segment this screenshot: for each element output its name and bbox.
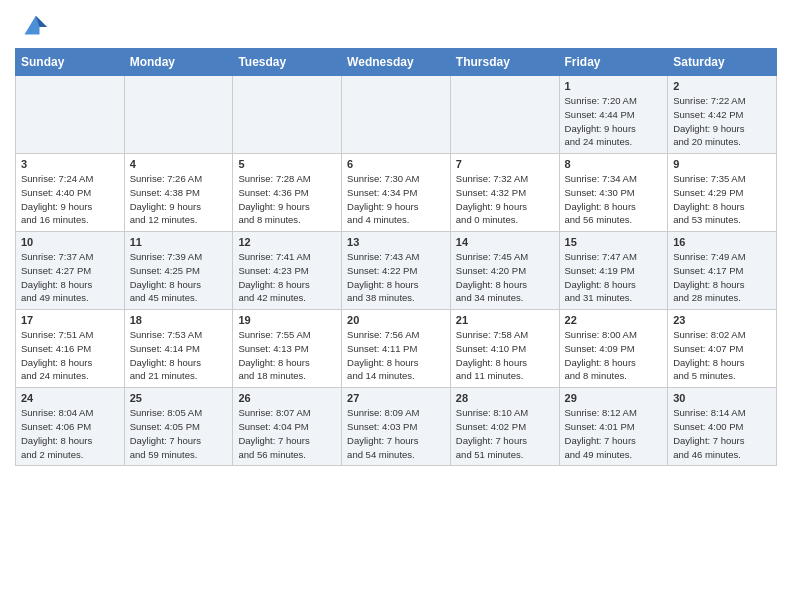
calendar-cell: 19Sunrise: 7:55 AM Sunset: 4:13 PM Dayli… (233, 310, 342, 388)
day-info: Sunrise: 8:04 AM Sunset: 4:06 PM Dayligh… (21, 406, 119, 461)
day-number: 2 (673, 80, 771, 92)
day-number: 17 (21, 314, 119, 326)
day-number: 14 (456, 236, 554, 248)
calendar-cell: 23Sunrise: 8:02 AM Sunset: 4:07 PM Dayli… (668, 310, 777, 388)
day-info: Sunrise: 7:56 AM Sunset: 4:11 PM Dayligh… (347, 328, 445, 383)
calendar-cell: 4Sunrise: 7:26 AM Sunset: 4:38 PM Daylig… (124, 154, 233, 232)
header (15, 10, 777, 40)
calendar-cell: 6Sunrise: 7:30 AM Sunset: 4:34 PM Daylig… (342, 154, 451, 232)
day-info: Sunrise: 7:51 AM Sunset: 4:16 PM Dayligh… (21, 328, 119, 383)
calendar-cell (16, 76, 125, 154)
calendar-cell: 5Sunrise: 7:28 AM Sunset: 4:36 PM Daylig… (233, 154, 342, 232)
logo (15, 10, 47, 40)
day-info: Sunrise: 7:41 AM Sunset: 4:23 PM Dayligh… (238, 250, 336, 305)
column-header-monday: Monday (124, 49, 233, 76)
day-info: Sunrise: 7:35 AM Sunset: 4:29 PM Dayligh… (673, 172, 771, 227)
calendar-cell: 20Sunrise: 7:56 AM Sunset: 4:11 PM Dayli… (342, 310, 451, 388)
day-number: 27 (347, 392, 445, 404)
calendar-cell: 26Sunrise: 8:07 AM Sunset: 4:04 PM Dayli… (233, 388, 342, 466)
day-info: Sunrise: 7:26 AM Sunset: 4:38 PM Dayligh… (130, 172, 228, 227)
calendar-cell (342, 76, 451, 154)
day-number: 25 (130, 392, 228, 404)
day-number: 4 (130, 158, 228, 170)
calendar-cell: 1Sunrise: 7:20 AM Sunset: 4:44 PM Daylig… (559, 76, 668, 154)
calendar-cell: 14Sunrise: 7:45 AM Sunset: 4:20 PM Dayli… (450, 232, 559, 310)
calendar-cell: 24Sunrise: 8:04 AM Sunset: 4:06 PM Dayli… (16, 388, 125, 466)
day-info: Sunrise: 7:30 AM Sunset: 4:34 PM Dayligh… (347, 172, 445, 227)
calendar-cell: 8Sunrise: 7:34 AM Sunset: 4:30 PM Daylig… (559, 154, 668, 232)
week-row-2: 3Sunrise: 7:24 AM Sunset: 4:40 PM Daylig… (16, 154, 777, 232)
week-row-3: 10Sunrise: 7:37 AM Sunset: 4:27 PM Dayli… (16, 232, 777, 310)
day-number: 8 (565, 158, 663, 170)
day-number: 30 (673, 392, 771, 404)
day-number: 15 (565, 236, 663, 248)
day-number: 21 (456, 314, 554, 326)
day-number: 23 (673, 314, 771, 326)
calendar-cell: 22Sunrise: 8:00 AM Sunset: 4:09 PM Dayli… (559, 310, 668, 388)
day-number: 6 (347, 158, 445, 170)
day-number: 3 (21, 158, 119, 170)
day-number: 13 (347, 236, 445, 248)
day-number: 20 (347, 314, 445, 326)
calendar-cell: 25Sunrise: 8:05 AM Sunset: 4:05 PM Dayli… (124, 388, 233, 466)
day-info: Sunrise: 7:39 AM Sunset: 4:25 PM Dayligh… (130, 250, 228, 305)
day-number: 28 (456, 392, 554, 404)
calendar-cell: 10Sunrise: 7:37 AM Sunset: 4:27 PM Dayli… (16, 232, 125, 310)
calendar-cell: 9Sunrise: 7:35 AM Sunset: 4:29 PM Daylig… (668, 154, 777, 232)
day-number: 10 (21, 236, 119, 248)
calendar-header-row: SundayMondayTuesdayWednesdayThursdayFrid… (16, 49, 777, 76)
calendar-cell: 27Sunrise: 8:09 AM Sunset: 4:03 PM Dayli… (342, 388, 451, 466)
column-header-thursday: Thursday (450, 49, 559, 76)
day-number: 11 (130, 236, 228, 248)
column-header-saturday: Saturday (668, 49, 777, 76)
calendar-cell (450, 76, 559, 154)
calendar-cell: 21Sunrise: 7:58 AM Sunset: 4:10 PM Dayli… (450, 310, 559, 388)
day-number: 24 (21, 392, 119, 404)
day-info: Sunrise: 8:14 AM Sunset: 4:00 PM Dayligh… (673, 406, 771, 461)
calendar-cell: 3Sunrise: 7:24 AM Sunset: 4:40 PM Daylig… (16, 154, 125, 232)
day-info: Sunrise: 8:12 AM Sunset: 4:01 PM Dayligh… (565, 406, 663, 461)
calendar-cell: 28Sunrise: 8:10 AM Sunset: 4:02 PM Dayli… (450, 388, 559, 466)
column-header-tuesday: Tuesday (233, 49, 342, 76)
day-info: Sunrise: 7:32 AM Sunset: 4:32 PM Dayligh… (456, 172, 554, 227)
day-info: Sunrise: 7:55 AM Sunset: 4:13 PM Dayligh… (238, 328, 336, 383)
day-info: Sunrise: 7:24 AM Sunset: 4:40 PM Dayligh… (21, 172, 119, 227)
day-info: Sunrise: 7:49 AM Sunset: 4:17 PM Dayligh… (673, 250, 771, 305)
column-header-wednesday: Wednesday (342, 49, 451, 76)
day-info: Sunrise: 8:09 AM Sunset: 4:03 PM Dayligh… (347, 406, 445, 461)
day-info: Sunrise: 7:53 AM Sunset: 4:14 PM Dayligh… (130, 328, 228, 383)
calendar-cell: 11Sunrise: 7:39 AM Sunset: 4:25 PM Dayli… (124, 232, 233, 310)
calendar-cell: 13Sunrise: 7:43 AM Sunset: 4:22 PM Dayli… (342, 232, 451, 310)
column-header-friday: Friday (559, 49, 668, 76)
day-info: Sunrise: 7:47 AM Sunset: 4:19 PM Dayligh… (565, 250, 663, 305)
day-info: Sunrise: 7:28 AM Sunset: 4:36 PM Dayligh… (238, 172, 336, 227)
day-number: 5 (238, 158, 336, 170)
calendar-cell: 15Sunrise: 7:47 AM Sunset: 4:19 PM Dayli… (559, 232, 668, 310)
week-row-4: 17Sunrise: 7:51 AM Sunset: 4:16 PM Dayli… (16, 310, 777, 388)
day-number: 9 (673, 158, 771, 170)
calendar-cell: 17Sunrise: 7:51 AM Sunset: 4:16 PM Dayli… (16, 310, 125, 388)
logo-icon (17, 10, 47, 40)
page: SundayMondayTuesdayWednesdayThursdayFrid… (0, 0, 792, 476)
day-info: Sunrise: 8:02 AM Sunset: 4:07 PM Dayligh… (673, 328, 771, 383)
day-info: Sunrise: 7:20 AM Sunset: 4:44 PM Dayligh… (565, 94, 663, 149)
calendar-cell (124, 76, 233, 154)
calendar-cell: 18Sunrise: 7:53 AM Sunset: 4:14 PM Dayli… (124, 310, 233, 388)
calendar-cell: 29Sunrise: 8:12 AM Sunset: 4:01 PM Dayli… (559, 388, 668, 466)
day-info: Sunrise: 8:00 AM Sunset: 4:09 PM Dayligh… (565, 328, 663, 383)
day-info: Sunrise: 8:05 AM Sunset: 4:05 PM Dayligh… (130, 406, 228, 461)
calendar-cell (233, 76, 342, 154)
day-info: Sunrise: 7:37 AM Sunset: 4:27 PM Dayligh… (21, 250, 119, 305)
calendar-cell: 7Sunrise: 7:32 AM Sunset: 4:32 PM Daylig… (450, 154, 559, 232)
week-row-1: 1Sunrise: 7:20 AM Sunset: 4:44 PM Daylig… (16, 76, 777, 154)
calendar-body: 1Sunrise: 7:20 AM Sunset: 4:44 PM Daylig… (16, 76, 777, 466)
week-row-5: 24Sunrise: 8:04 AM Sunset: 4:06 PM Dayli… (16, 388, 777, 466)
day-info: Sunrise: 7:58 AM Sunset: 4:10 PM Dayligh… (456, 328, 554, 383)
calendar-cell: 12Sunrise: 7:41 AM Sunset: 4:23 PM Dayli… (233, 232, 342, 310)
day-number: 22 (565, 314, 663, 326)
column-header-sunday: Sunday (16, 49, 125, 76)
calendar-cell: 2Sunrise: 7:22 AM Sunset: 4:42 PM Daylig… (668, 76, 777, 154)
day-number: 12 (238, 236, 336, 248)
day-info: Sunrise: 8:07 AM Sunset: 4:04 PM Dayligh… (238, 406, 336, 461)
day-number: 19 (238, 314, 336, 326)
